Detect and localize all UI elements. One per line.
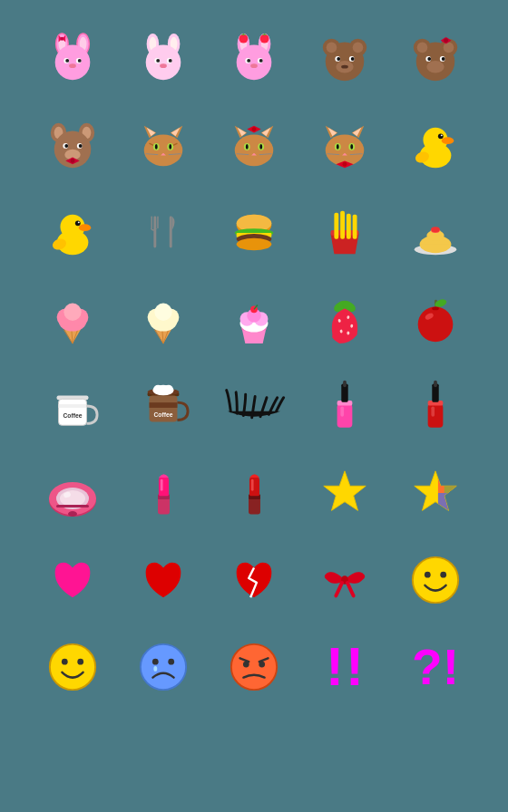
svg-point-156 <box>64 304 81 321</box>
star-yellow[interactable] <box>299 450 390 536</box>
svg-point-51 <box>426 61 444 73</box>
svg-point-109 <box>350 144 353 150</box>
heart-pink[interactable] <box>27 536 118 624</box>
bunny-light-pink[interactable] <box>118 14 209 102</box>
question-char: ?! <box>412 639 459 695</box>
svg-rect-187 <box>59 404 87 408</box>
svg-point-22 <box>160 63 167 68</box>
apple-red[interactable] <box>390 276 481 362</box>
svg-rect-212 <box>56 505 89 508</box>
bow-red[interactable] <box>299 536 390 624</box>
nail-polish-red[interactable] <box>390 362 481 450</box>
svg-rect-195 <box>150 402 178 408</box>
svg-point-50 <box>444 43 454 53</box>
svg-point-210 <box>60 490 85 507</box>
eyelashes[interactable] <box>209 362 299 450</box>
broken-heart[interactable] <box>209 536 299 624</box>
svg-text:Coffee: Coffee <box>153 411 172 418</box>
svg-point-96 <box>246 144 249 150</box>
svg-rect-220 <box>249 478 259 496</box>
heart-red[interactable] <box>118 536 209 624</box>
svg-point-240 <box>168 659 174 665</box>
duck-yellow[interactable] <box>390 102 481 188</box>
svg-point-247 <box>259 662 265 668</box>
svg-point-246 <box>243 662 249 668</box>
compact-mirror[interactable] <box>27 450 118 536</box>
exclamation-text: ! ! <box>326 640 364 694</box>
svg-point-33 <box>259 59 263 63</box>
smiley-angry-orange[interactable] <box>209 624 299 710</box>
french-fries[interactable] <box>299 188 390 276</box>
burger[interactable] <box>209 188 299 276</box>
svg-rect-221 <box>250 479 253 491</box>
question-exclamation[interactable]: ?! <box>390 624 481 710</box>
fork-knife[interactable] <box>118 188 209 276</box>
cat-brown[interactable] <box>118 102 209 188</box>
cat-bowtie[interactable] <box>299 102 390 188</box>
svg-point-121 <box>441 134 443 136</box>
svg-point-12 <box>69 63 76 68</box>
svg-point-49 <box>417 43 428 53</box>
mouse-bowtie[interactable] <box>27 102 118 188</box>
exclamation-char1: ! <box>326 640 344 694</box>
svg-point-184 <box>432 306 439 310</box>
svg-rect-139 <box>334 213 338 239</box>
bunny-strawberry[interactable] <box>209 14 299 102</box>
svg-rect-206 <box>431 406 435 416</box>
svg-point-20 <box>156 59 160 63</box>
svg-rect-131 <box>170 217 172 248</box>
svg-point-28 <box>239 34 249 44</box>
svg-point-231 <box>425 572 431 578</box>
svg-point-137 <box>237 238 272 251</box>
icecream-pink[interactable] <box>27 276 118 362</box>
svg-point-55 <box>442 57 445 61</box>
svg-point-108 <box>337 144 339 150</box>
svg-point-27 <box>237 45 272 81</box>
svg-rect-142 <box>353 215 357 239</box>
duck-yellow2[interactable] <box>27 188 118 276</box>
svg-point-232 <box>440 572 446 578</box>
bear-brown-bow[interactable] <box>390 14 481 102</box>
strawberry[interactable] <box>299 276 390 362</box>
svg-point-29 <box>260 34 269 44</box>
svg-point-45 <box>341 65 348 69</box>
coffee-white-cup[interactable]: Coffee <box>27 362 118 450</box>
svg-point-119 <box>442 137 454 144</box>
bear-brown[interactable] <box>299 14 390 102</box>
cat-red-bow[interactable] <box>209 102 299 188</box>
pudding[interactable] <box>390 188 481 276</box>
svg-rect-194 <box>150 395 178 421</box>
svg-point-236 <box>77 659 83 665</box>
svg-point-58 <box>444 38 448 43</box>
svg-point-32 <box>247 59 250 63</box>
smiley-sad-blue[interactable] <box>118 624 209 710</box>
icecream-yellow[interactable] <box>118 276 209 362</box>
svg-rect-129 <box>151 217 151 229</box>
cupcake[interactable] <box>209 276 299 362</box>
svg-rect-202 <box>428 403 444 427</box>
exclamation-marks[interactable]: ! ! <box>299 624 390 710</box>
svg-point-192 <box>153 385 162 392</box>
svg-point-76 <box>144 134 183 166</box>
svg-rect-218 <box>249 498 260 514</box>
svg-point-126 <box>75 220 81 226</box>
svg-rect-216 <box>158 478 168 496</box>
svg-point-71 <box>71 159 75 163</box>
svg-rect-227 <box>444 471 462 493</box>
svg-point-120 <box>438 133 444 139</box>
lipstick-pink[interactable] <box>118 450 209 536</box>
star-colorful[interactable] <box>390 450 481 536</box>
smiley-happy[interactable] <box>390 536 481 624</box>
svg-point-235 <box>62 659 68 665</box>
svg-rect-205 <box>434 380 437 386</box>
svg-point-39 <box>353 43 364 53</box>
smiley-yellow2[interactable] <box>27 624 118 710</box>
svg-point-193 <box>164 385 173 392</box>
svg-text:Coffee: Coffee <box>63 412 82 419</box>
emoji-grid: Coffee Coffee <box>27 14 481 798</box>
nail-polish-pink[interactable] <box>299 362 390 450</box>
lipstick-red[interactable] <box>209 450 299 536</box>
coffee-brown-cup[interactable]: Coffee <box>118 362 209 450</box>
svg-point-10 <box>65 59 69 63</box>
bunny-pink-bow[interactable] <box>27 14 118 102</box>
